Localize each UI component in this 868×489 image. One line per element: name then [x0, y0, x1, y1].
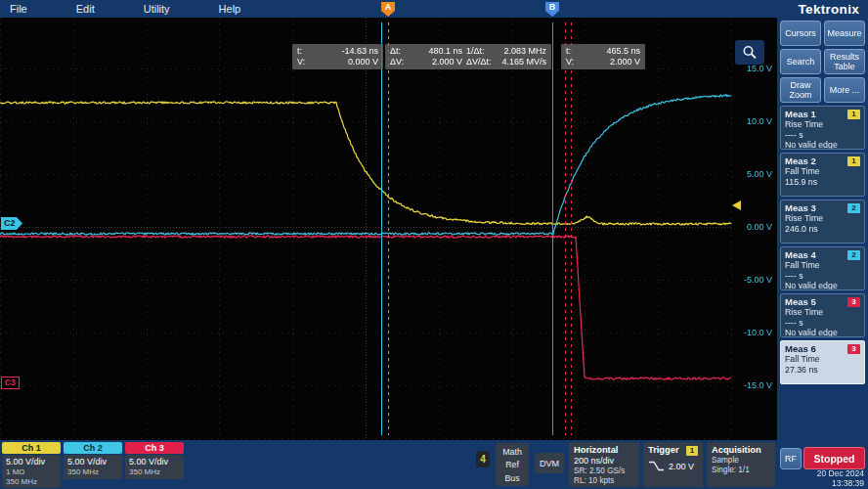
meas-value: 115.9 ns — [785, 177, 860, 188]
menu-utility[interactable]: Utility — [144, 3, 170, 15]
datetime: 20 Dec 2024 13:38:39 — [817, 469, 864, 488]
channel-badge[interactable]: Ch 1 — [2, 442, 61, 454]
cursors-button[interactable]: Cursors — [780, 21, 821, 46]
trigger-title: Trigger — [648, 445, 679, 456]
channel-setting: 350 MHz — [129, 467, 180, 477]
scale-label: 10.0 V — [731, 116, 772, 126]
rf-button[interactable]: RF — [780, 448, 802, 469]
trigger-level-marker[interactable] — [732, 200, 741, 210]
acquisition-mode: Sample — [712, 456, 770, 466]
acquisition-panel[interactable]: Acquisition Sample Single: 1/1 — [707, 442, 775, 487]
channel-4-indicator[interactable]: 4 — [476, 451, 490, 467]
channel-1-group[interactable]: Ch 15.00 V/div1 MΩ350 MHz — [2, 442, 61, 488]
channel-setting: 5.00 V/div — [129, 457, 180, 467]
channel-info: 5.00 V/div1 MΩ350 MHz — [2, 455, 61, 488]
acquisition-single: Single: 1/1 — [712, 466, 770, 475]
channel-2-group[interactable]: Ch 25.00 V/div350 MHz — [64, 442, 122, 479]
sample-rate: SR: 2.50 GS/s — [574, 467, 634, 476]
record-length: RL: 10 kpts — [574, 476, 634, 486]
channel-setting: 350 MHz — [67, 467, 118, 477]
dvm-button[interactable]: DVM — [535, 453, 564, 473]
bottom-bar: Ch 15.00 V/div1 MΩ350 MHzCh 25.00 V/div3… — [0, 440, 777, 489]
meas-type: Fall Time — [785, 166, 860, 177]
stopped-button[interactable]: Stopped — [803, 447, 865, 469]
measurement-gate-line-2[interactable] — [571, 22, 572, 435]
search-button[interactable]: Search — [780, 49, 821, 74]
meas-type: Fall Time — [785, 354, 860, 365]
cursor-a-line[interactable] — [381, 22, 382, 435]
meas-value: ---- s — [785, 130, 860, 141]
cursor-a-gate-line[interactable] — [388, 22, 389, 435]
math-ref-bus-button[interactable]: Math Ref Bus — [496, 443, 529, 486]
meas-channel-badge: 2 — [847, 203, 860, 213]
oscilloscope-screen: File Edit Utility Help Tektronix A B 15.… — [0, 0, 868, 489]
bus-label[interactable]: Bus — [504, 473, 519, 483]
measurement-panel-meas-5[interactable]: Meas 53Rise Time---- sNo valid edge — [780, 293, 865, 337]
measure-button[interactable]: Measure — [824, 21, 865, 46]
scale-label: 0.00 V — [731, 222, 772, 232]
channel-3-marker[interactable]: C3 — [1, 377, 20, 389]
trigger-source-badge: 1 — [686, 446, 698, 456]
waveform-display[interactable]: 15.0 V10.0 V5.00 V0.00 V-5.00 V-10.0 V-1… — [0, 18, 777, 440]
right-sidebar: CursorsMeasureSearchResults TableDraw Zo… — [777, 18, 868, 489]
cursor-b-line[interactable] — [552, 22, 553, 435]
measurement-panel-meas-4[interactable]: Meas 42Fall Time---- sNo valid edge — [780, 246, 865, 290]
meas-title: Meas 4 — [785, 249, 816, 260]
menu-edit[interactable]: Edit — [76, 3, 95, 15]
trigger-level: 2.00 V — [669, 462, 694, 471]
measurement-panel-meas-3[interactable]: Meas 32Rise Time246.0 ns — [780, 200, 865, 244]
acquisition-title: Acquisition — [712, 445, 770, 456]
draw-zoom-button[interactable]: Draw Zoom — [780, 77, 821, 103]
ref-label[interactable]: Ref — [505, 460, 519, 469]
measurement-gate-line-1[interactable] — [565, 22, 566, 435]
channel-3-group[interactable]: Ch 35.00 V/div350 MHz — [125, 442, 184, 479]
measurement-panel-meas-1[interactable]: Meas 11Rise Time---- sNo valid edge — [780, 106, 865, 150]
measurement-panel-meas-2[interactable]: Meas 21Fall Time115.9 ns — [780, 153, 865, 197]
meas-channel-badge: 3 — [847, 297, 860, 307]
menu-file[interactable]: File — [10, 3, 27, 15]
scale-label: 5.00 V — [731, 169, 772, 179]
meas-channel-badge: 1 — [847, 110, 860, 119]
meas-channel-badge: 1 — [847, 156, 860, 166]
meas-title: Meas 5 — [785, 296, 816, 307]
channel-setting: 1 MΩ — [6, 467, 57, 477]
meas-type: Rise Time — [785, 119, 860, 130]
cursor-delta-readout: Δt:480.1 ns 1/Δt:2.083 MHz ΔV:2.000 V ΔV… — [385, 44, 551, 69]
menu-help[interactable]: Help — [219, 3, 241, 15]
meas-note: No valid edge — [785, 328, 860, 337]
channel-info: 5.00 V/div350 MHz — [64, 455, 122, 479]
meas-title: Meas 3 — [785, 202, 816, 213]
horizontal-title: Horizontal — [574, 445, 634, 456]
horizontal-panel[interactable]: Horizontal 200 ns/div SR: 2.50 GS/s RL: … — [569, 442, 639, 487]
meas-note: No valid edge — [785, 140, 860, 150]
horizontal-scale: 200 ns/div — [574, 456, 634, 467]
meas-value: ---- s — [785, 318, 860, 329]
trigger-panel[interactable]: Trigger 1 2.00 V — [643, 442, 703, 487]
channel-info: 5.00 V/div350 MHz — [125, 455, 184, 479]
meas-value: 27.36 ns — [785, 365, 860, 376]
math-label[interactable]: Math — [502, 447, 522, 457]
meas-channel-badge: 3 — [847, 344, 860, 354]
meas-type: Rise Time — [785, 307, 860, 318]
results-table-button[interactable]: Results Table — [824, 49, 865, 74]
cursor-a-readout: t:-14.63 ns V:0.000 V — [292, 44, 383, 69]
cursor-b-readout: t:465.5 ns V:2.000 V — [561, 44, 645, 69]
meas-value: 246.0 ns — [785, 224, 860, 235]
falling-edge-icon — [648, 461, 665, 471]
meas-channel-badge: 2 — [847, 250, 860, 260]
channel-setting: 5.00 V/div — [67, 457, 118, 467]
channel-badge[interactable]: Ch 3 — [125, 442, 184, 454]
channel-setting: 350 MHz — [6, 477, 57, 487]
more-button[interactable]: More ... — [824, 77, 865, 103]
scale-label: -5.00 V — [731, 275, 772, 285]
time-label: 13:38:39 — [817, 479, 864, 489]
scale-label: -10.0 V — [731, 328, 772, 337]
scale-label: -15.0 V — [731, 380, 772, 390]
meas-title: Meas 1 — [785, 109, 816, 119]
channel-setting: 5.00 V/div — [6, 457, 57, 467]
measurement-panel-meas-6[interactable]: Meas 63Fall Time27.36 ns — [780, 340, 865, 384]
meas-type: Rise Time — [785, 213, 860, 224]
zoom-icon[interactable] — [735, 40, 764, 65]
meas-title: Meas 2 — [785, 156, 816, 166]
channel-badge[interactable]: Ch 2 — [64, 442, 122, 454]
